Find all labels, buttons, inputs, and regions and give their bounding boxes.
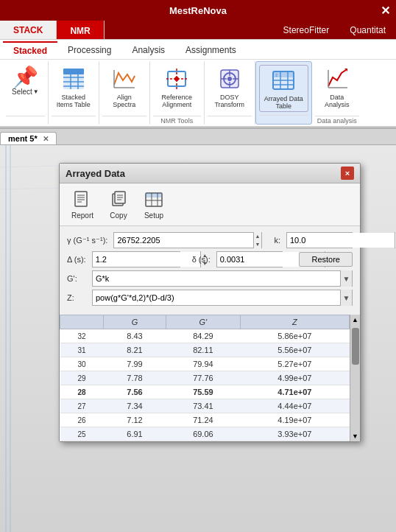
restore-button[interactable]: Restore (299, 252, 353, 267)
stacked-items-table-button[interactable]: Stacked Items Table (52, 64, 96, 110)
modal-arrayed-data: Arrayed Data × Report (59, 163, 361, 442)
gamma-label: γ (G⁻¹ s⁻¹): (67, 236, 107, 245)
g-prime-label: G': (67, 274, 88, 283)
svg-rect-44 (146, 193, 162, 197)
dosy-section-label (208, 116, 252, 125)
cell-Gprime: 84.29 (166, 329, 241, 343)
cell-G: 6.91 (103, 427, 166, 441)
subtab-processing[interactable]: Processing (57, 41, 121, 59)
dosy-icon (216, 66, 243, 92)
arrayed-data-table-button[interactable]: Σ Arrayed Data Table (259, 65, 308, 112)
data-analysis-section-label: Data analysis (315, 116, 359, 125)
col-Gprime: G' (166, 315, 241, 329)
dosy-transform-group: DOSY Transform (205, 61, 255, 125)
doc-tab-main[interactable]: ment 5* ✕ (0, 132, 57, 144)
dosy-transform-label: DOSY Transform (211, 94, 248, 108)
cell-Gprime: 73.41 (166, 399, 241, 413)
gamma-row: γ (G⁻¹ s⁻¹): ▲ ▼ k: ▲ ▼ (67, 232, 353, 248)
row-number: 27 (60, 399, 104, 413)
subtab-assignments[interactable]: Assignments (175, 41, 247, 59)
table-header: G G' Z (60, 315, 350, 329)
tab-nmr[interactable]: NMR (60, 21, 100, 39)
sigma-label: δ (s): (192, 255, 211, 264)
scrollbar[interactable]: ▲ ▼ (350, 315, 360, 441)
tab-quantitat[interactable]: Quantitat (339, 22, 396, 38)
arrayed-data-table-group: Σ Arrayed Data Table (255, 61, 312, 125)
cell-Z: 5.56e+07 (240, 343, 349, 357)
row-number: 29 (60, 371, 104, 385)
k-input-wrap: ▲ ▼ (286, 232, 353, 248)
delta-label: Δ (s): (67, 255, 86, 264)
setup-button[interactable]: Setup (139, 188, 169, 221)
sigma-input-wrap: ▲ ▼ (216, 251, 283, 267)
select-dropdown-arrow: ▼ (33, 88, 39, 95)
tab-stereo[interactable]: StereoFitter (273, 22, 340, 38)
row-number: 32 (60, 329, 104, 343)
select-button[interactable]: 📌 Select ▼ (6, 64, 45, 99)
gamma-spinner: ▲ ▼ (253, 232, 262, 248)
cell-G: 7.99 (103, 357, 166, 371)
setup-icon (144, 189, 164, 210)
copy-button[interactable]: Copy (104, 188, 133, 221)
cell-Z: 4.99e+07 (240, 371, 349, 385)
cell-Z: 5.27e+07 (240, 357, 349, 371)
cell-G: 7.34 (103, 399, 166, 413)
select-section-label (6, 116, 45, 125)
nmr-tools-label: NMR Tools (153, 116, 201, 125)
svg-rect-33 (75, 192, 87, 206)
app-close-button[interactable]: ✕ (381, 4, 390, 18)
tab-stack[interactable]: STACK (3, 22, 53, 38)
gamma-up[interactable]: ▲ (254, 232, 262, 240)
data-analysis-label: Data Analysis (319, 94, 356, 108)
stacked-section-label (52, 116, 96, 125)
stacked-items-label: Stacked Items Table (55, 94, 92, 108)
delta-input[interactable] (93, 252, 200, 267)
reference-alignment-button[interactable]: Reference Alignment (153, 64, 201, 110)
copy-label: Copy (110, 211, 127, 220)
k-label: k: (274, 236, 280, 245)
data-analysis-icon (324, 66, 350, 92)
g-prime-dropdown[interactable]: ▼ (340, 270, 352, 287)
dosy-transform-button[interactable]: DOSY Transform (208, 64, 252, 110)
cell-Gprime: 79.94 (166, 357, 241, 371)
align-spectra-group: Align Spectra (99, 61, 150, 125)
z-formula-wrap: ▼ (92, 290, 353, 306)
col-G: G (103, 315, 166, 329)
modal-title-bar: Arrayed Data × (60, 164, 360, 183)
table-row: 318.2182.115.56e+07 (60, 343, 350, 357)
scroll-down-button[interactable]: ▼ (350, 431, 360, 441)
z-dropdown[interactable]: ▼ (340, 290, 352, 306)
z-formula-input[interactable] (93, 290, 340, 305)
z-label: Z: (67, 293, 88, 302)
doc-tab-bar: ment 5* ✕ (0, 129, 396, 145)
g-prime-formula-input[interactable] (93, 271, 340, 286)
report-label: Report (71, 211, 93, 220)
svg-point-12 (174, 77, 179, 81)
cell-Z: 4.44e+07 (240, 399, 349, 413)
k-input[interactable] (287, 233, 395, 248)
table-row: 307.9979.945.27e+07 (60, 357, 350, 371)
align-spectra-button[interactable]: Align Spectra (102, 64, 146, 110)
modal-close-button[interactable]: × (341, 167, 354, 180)
arrayed-data-label: Arrayed Data Table (264, 95, 304, 110)
arrayed-data-icon: Σ (270, 67, 297, 94)
title-bar: MestReNova ✕ (0, 0, 396, 21)
row-number: 25 (60, 427, 104, 441)
gamma-down[interactable]: ▼ (254, 240, 262, 248)
doc-tab-close-button[interactable]: ✕ (43, 135, 49, 143)
data-analysis-button[interactable]: Data Analysis (315, 64, 359, 110)
subtab-analysis[interactable]: Analysis (121, 41, 175, 59)
report-button[interactable]: Report (67, 188, 98, 221)
ribbon-tab-row: STACK NMR StereoFitter Quantitat (0, 21, 396, 40)
table-row: 277.3473.414.44e+07 (60, 399, 350, 413)
scroll-up-button[interactable]: ▲ (350, 315, 360, 325)
gamma-input[interactable] (114, 233, 252, 248)
row-number: 30 (60, 357, 104, 371)
cell-Z: 5.86e+07 (240, 329, 349, 343)
cell-Gprime: 75.59 (166, 385, 241, 399)
table-scroll-area[interactable]: G G' Z 328.4384.295.86e+07318.2182.115.5… (60, 315, 350, 441)
cursor-icon: 📌 (13, 67, 38, 88)
data-table: G G' Z 328.4384.295.86e+07318.2182.115.5… (60, 315, 350, 441)
subtab-stacked[interactable]: Stacked (3, 41, 57, 59)
delta-row: Δ (s): ▲ ▼ δ (s): ▲ ▼ Restore (67, 251, 353, 267)
